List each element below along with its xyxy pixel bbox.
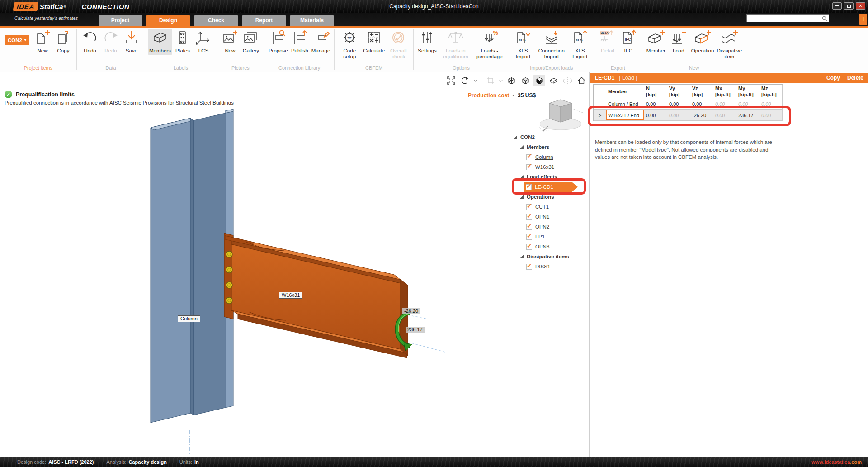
- tab-report[interactable]: Report: [242, 15, 286, 26]
- navigation-cube[interactable]: [536, 95, 585, 138]
- tree-node-opn1[interactable]: ✓ OPN1: [511, 212, 590, 222]
- publish-button[interactable]: Publish: [289, 29, 310, 55]
- row-expander[interactable]: [594, 98, 606, 110]
- cell-vy[interactable]: 0.00: [667, 98, 690, 110]
- cell-n[interactable]: 0.00: [644, 98, 667, 110]
- minimize-button[interactable]: [832, 2, 842, 10]
- tree-node-diss1[interactable]: ✓ DISS1: [511, 262, 590, 272]
- detail-export-button[interactable]: BETA Detail: [597, 29, 618, 55]
- close-button[interactable]: ×: [856, 2, 865, 10]
- save-button[interactable]: Save: [121, 29, 142, 55]
- new-picture-button[interactable]: New: [220, 29, 241, 55]
- checkbox-checked[interactable]: ✓: [526, 234, 532, 240]
- hidden-line-view-button[interactable]: [519, 75, 531, 86]
- cell-vy[interactable]: 0.00: [667, 110, 690, 121]
- new-member-button[interactable]: Member: [645, 29, 667, 55]
- rotate-view-button[interactable]: [459, 75, 471, 86]
- expander-icon[interactable]: [520, 255, 524, 258]
- lcs-toggle-button[interactable]: LCS: [193, 29, 214, 55]
- undo-button[interactable]: Undo: [80, 29, 100, 55]
- maximize-button[interactable]: [844, 2, 854, 10]
- wireframe-view-button[interactable]: [505, 75, 517, 86]
- overall-check-button[interactable]: Overall check: [386, 29, 410, 61]
- checkbox-checked[interactable]: ✓: [526, 224, 532, 230]
- copy-load-button[interactable]: Copy: [826, 75, 840, 81]
- info-button[interactable]: i: [859, 14, 867, 25]
- checkbox-checked[interactable]: ✓: [526, 164, 532, 170]
- new-load-button[interactable]: Load: [667, 29, 690, 55]
- tab-design[interactable]: Design: [146, 15, 190, 26]
- loads-in-equilibrium-button[interactable]: Loads in equilibrium: [438, 29, 473, 61]
- expander-icon[interactable]: [514, 135, 517, 139]
- new-project-item-button[interactable]: New: [32, 29, 53, 55]
- checkbox-checked[interactable]: ✓: [526, 264, 532, 270]
- tree-section-operations[interactable]: Operations: [527, 194, 554, 200]
- mirror-view-button[interactable]: [561, 75, 573, 86]
- tab-check[interactable]: Check: [194, 15, 238, 26]
- loads-percentage-button[interactable]: % Loads - percentage: [473, 29, 506, 61]
- ifc-export-button[interactable]: IFC IFC: [618, 29, 639, 55]
- home-view-button[interactable]: [576, 75, 587, 86]
- checkbox-checked[interactable]: ✓: [526, 154, 532, 160]
- copy-project-item-button[interactable]: Copy: [53, 29, 74, 55]
- tab-materials[interactable]: Materials: [290, 15, 334, 26]
- plates-toggle-button[interactable]: Plates: [172, 29, 193, 55]
- expander-icon[interactable]: [520, 195, 524, 199]
- cell-my[interactable]: 236.17: [736, 110, 760, 121]
- cell-vz[interactable]: -26.20: [690, 110, 713, 121]
- tree-node-le-cd1[interactable]: ✓ LE-CD1: [524, 182, 572, 192]
- con2-dropdown[interactable]: CON2 ▾: [5, 35, 29, 45]
- manage-button[interactable]: Manage: [310, 29, 332, 55]
- tree-section-load-effects[interactable]: Load effects: [527, 174, 557, 180]
- cell-mz[interactable]: 0.00: [760, 110, 783, 121]
- propose-button[interactable]: Propose: [267, 29, 289, 55]
- xls-import-button[interactable]: XLS XLS Import: [512, 29, 534, 61]
- chevron-down-icon[interactable]: [499, 78, 503, 83]
- connection-import-button[interactable]: Connection Import: [534, 29, 569, 61]
- cell-my[interactable]: 0.00: [736, 98, 760, 110]
- checkbox-checked[interactable]: ✓: [526, 244, 532, 250]
- checkbox-checked[interactable]: ✓: [526, 214, 532, 220]
- cell-mx[interactable]: 0.00: [713, 110, 736, 121]
- ribbon-group-label: Import/Export loads: [512, 65, 591, 72]
- checkbox-checked[interactable]: ✓: [526, 184, 532, 190]
- expander-icon[interactable]: [520, 175, 524, 179]
- cell-mz[interactable]: 0.00: [760, 98, 783, 110]
- tree-node-opn2[interactable]: ✓ OPN2: [511, 222, 590, 232]
- tab-project[interactable]: Project: [99, 15, 142, 26]
- cell-mx[interactable]: 0.00: [713, 98, 736, 110]
- cell-member[interactable]: Column / End: [606, 98, 644, 110]
- tree-node-fp1[interactable]: ✓ FP1: [511, 232, 590, 242]
- zoom-window-button[interactable]: [485, 75, 496, 86]
- search-input[interactable]: [747, 15, 821, 21]
- cell-n[interactable]: 0.00: [644, 110, 667, 121]
- tree-node-con2[interactable]: CON2: [520, 134, 535, 140]
- tree-section-dissipative-items[interactable]: Dissipative items: [527, 254, 569, 259]
- new-operation-button[interactable]: Operation: [690, 29, 716, 55]
- tree-node-column[interactable]: ✓ Column: [511, 152, 590, 162]
- expander-icon[interactable]: [520, 145, 524, 149]
- settings-button[interactable]: Settings: [416, 29, 438, 55]
- redo-button[interactable]: Redo: [100, 29, 121, 55]
- tree-node-cut1[interactable]: ✓ CUT1: [511, 202, 590, 212]
- members-toggle-button[interactable]: Members: [148, 29, 172, 55]
- xls-export-button[interactable]: XLS XLS Export: [569, 29, 591, 61]
- new-dissipative-item-button[interactable]: Dissipative item: [715, 29, 743, 61]
- checkbox-checked[interactable]: ✓: [526, 204, 532, 210]
- row-expander[interactable]: >: [594, 110, 606, 121]
- chevron-down-icon[interactable]: [473, 78, 478, 83]
- calculate-button[interactable]: Calculate: [362, 29, 386, 55]
- cell-vz[interactable]: 0.00: [690, 98, 713, 110]
- website-link[interactable]: www.ideastatica.com: [811, 459, 862, 465]
- tree-section-members[interactable]: Members: [527, 144, 550, 150]
- code-setup-button[interactable]: </> Code setup: [337, 29, 362, 61]
- connection-3d-view[interactable]: [0, 72, 511, 457]
- cell-member-selected[interactable]: W16x31 / End: [606, 110, 644, 121]
- tree-node-w16x31[interactable]: ✓ W16x31: [511, 162, 590, 172]
- solid-view-button[interactable]: [533, 75, 545, 86]
- tree-node-opn3[interactable]: ✓ OPN3: [511, 242, 590, 252]
- delete-load-button[interactable]: Delete: [847, 75, 863, 81]
- zoom-fit-button[interactable]: [445, 75, 457, 86]
- section-view-button[interactable]: [547, 75, 559, 86]
- gallery-button[interactable]: Gallery: [241, 29, 261, 55]
